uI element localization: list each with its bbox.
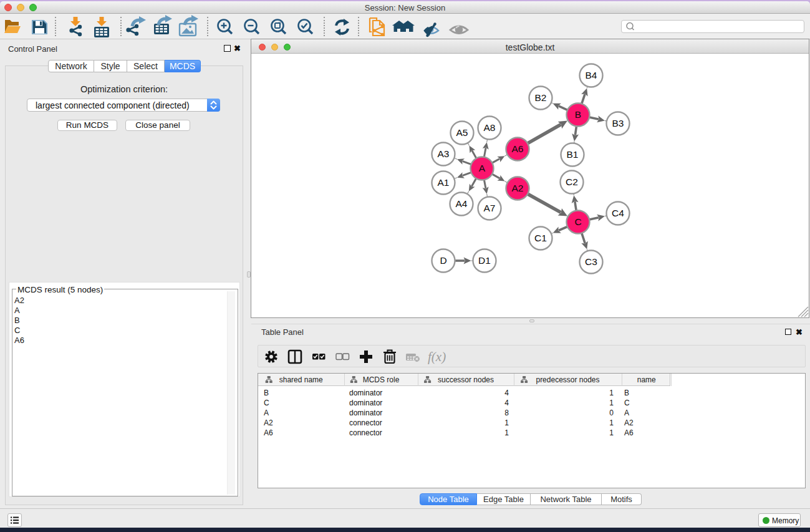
svg-text:C2: C2 [566, 177, 578, 187]
svg-text:B: B [575, 109, 581, 120]
svg-text:B2: B2 [535, 92, 547, 103]
svg-text:C4: C4 [612, 208, 624, 218]
svg-text:B3: B3 [612, 118, 624, 128]
svg-text:B1: B1 [567, 149, 579, 160]
svg-text:A3: A3 [438, 148, 450, 159]
svg-text:f(x): f(x) [428, 349, 446, 364]
svg-text:A1: A1 [438, 177, 450, 188]
svg-text:A4: A4 [456, 198, 468, 209]
svg-text:A6: A6 [512, 143, 524, 154]
svg-text:A7: A7 [484, 203, 496, 213]
svg-text:A: A [479, 163, 486, 173]
svg-text:D: D [440, 255, 446, 266]
svg-text:A8: A8 [484, 122, 496, 133]
svg-text:C: C [574, 216, 581, 227]
svg-text:B4: B4 [586, 70, 597, 80]
svg-text:A2: A2 [512, 183, 524, 193]
svg-text:C1: C1 [534, 233, 547, 243]
svg-text:C3: C3 [585, 256, 597, 267]
svg-text:D1: D1 [478, 255, 491, 266]
svg-text:A5: A5 [456, 127, 468, 138]
